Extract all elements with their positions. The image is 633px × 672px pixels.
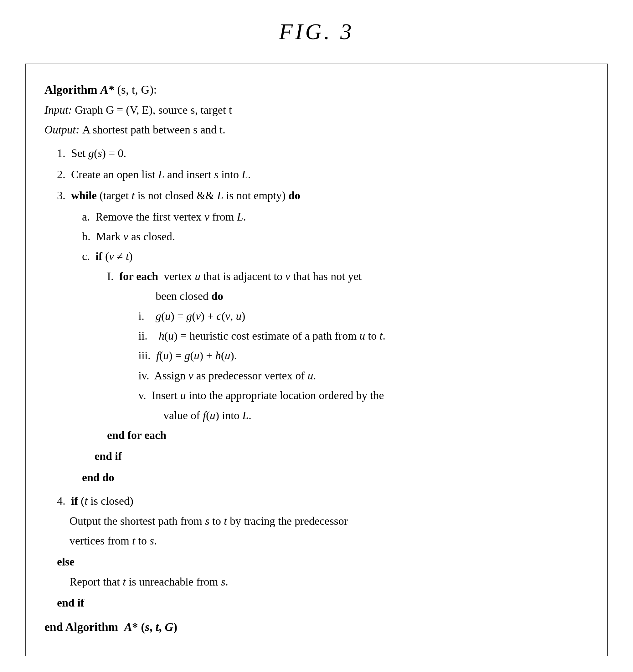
step-4-text: 4. if (t is closed) [57,495,133,507]
sub-iii-text: iii. f(u) = g(u) + h(u). [138,349,237,362]
step-2-text: 2. Create an open list L and insert s in… [57,168,251,181]
sub-iv: iv. Assign v as predecessor vertex of u. [138,366,588,385]
output-line: Output: A shortest path between s and t. [45,121,588,139]
sub-ii: ii. h(u) = heuristic cost estimate of a … [138,327,588,345]
for-each-cont: been closed do [156,287,588,306]
output-path-cont-text: vertices from t to s. [70,534,157,547]
output-path: Output the shortest path from s to t by … [70,512,588,530]
step-3-while: 3. while (target t is not closed && L is… [57,186,588,205]
sub-i-text: i. g(u) = g(v) + c(v, u) [138,310,246,322]
end-if: end if [95,447,588,465]
step-2: 2. Create an open list L and insert s in… [57,165,588,184]
step-3b-text: b. Mark v as closed. [82,230,175,243]
step-3c-text: c. if (v ≠ t) [82,250,133,263]
step-3a-text: a. Remove the first vertex v from L. [82,211,246,223]
sub-i: i. g(u) = g(v) + c(v, u) [138,307,588,326]
end-if-4: end if [57,594,588,612]
for-each-text: I. for each vertex u that is adjacent to… [107,270,361,283]
algorithm-params: (s, t, G): [117,83,157,96]
step-4: 4. if (t is closed) [57,492,588,510]
step-3c: c. if (v ≠ t) [82,247,588,266]
input-label: Input: [45,104,72,116]
output-path-text: Output the shortest path from s to t by … [70,515,348,527]
end-if-4-text: end if [57,597,84,609]
output-path-cont: vertices from t to s. [70,532,588,550]
report-text: Report that t is unreachable from s. [70,576,228,588]
sub-v-cont-text: value of f(u) into L. [163,409,251,422]
input-content: Graph G = (V, E), source s, target t [75,104,232,116]
end-do: end do [82,469,588,487]
algorithm-box: Algorithm A* (s, t, G): Input: Graph G =… [25,64,608,656]
report-line: Report that t is unreachable from s. [70,573,588,591]
end-algorithm: end Algorithm A* (s, t, G) [45,617,588,637]
step-3a: a. Remove the first vertex v from L. [82,208,588,226]
for-each-line: I. for each vertex u that is adjacent to… [107,267,588,286]
step-3b: b. Mark v as closed. [82,227,588,246]
sub-iii: iii. f(u) = g(u) + h(u). [138,346,588,365]
end-for-each: end for each [107,426,588,445]
sub-v-text: v. Insert u into the appropriate locatio… [138,389,384,402]
output-label: Output: [45,123,79,136]
algorithm-header: Algorithm A* (s, t, G): [45,80,588,100]
else-line: else [57,553,588,571]
end-if-text: end if [95,450,122,462]
else-text: else [57,555,75,568]
algorithm-name: A* [100,83,114,96]
sub-v-cont: value of f(u) into L. [163,406,588,425]
step-1-text: 1. Set g(s) = 0. [57,147,126,160]
algorithm-keyword: Algorithm [45,83,97,96]
for-each-cont-text: been closed do [156,290,223,302]
end-do-text: end do [82,471,114,484]
sub-ii-text: ii. h(u) = heuristic cost estimate of a … [138,330,385,342]
step-1: 1. Set g(s) = 0. [57,144,588,163]
end-for-each-text: end for each [107,429,166,441]
sub-v: v. Insert u into the appropriate locatio… [138,386,588,405]
step-3-text: 3. while (target t is not closed && L is… [57,189,300,202]
output-content: A shortest path between s and t. [82,123,225,136]
page-title: FIG. 3 [279,19,354,45]
input-line: Input: Graph G = (V, E), source s, targe… [45,101,588,119]
sub-iv-text: iv. Assign v as predecessor vertex of u. [138,369,316,382]
end-algorithm-text: end Algorithm A* (s, t, G) [45,620,177,633]
